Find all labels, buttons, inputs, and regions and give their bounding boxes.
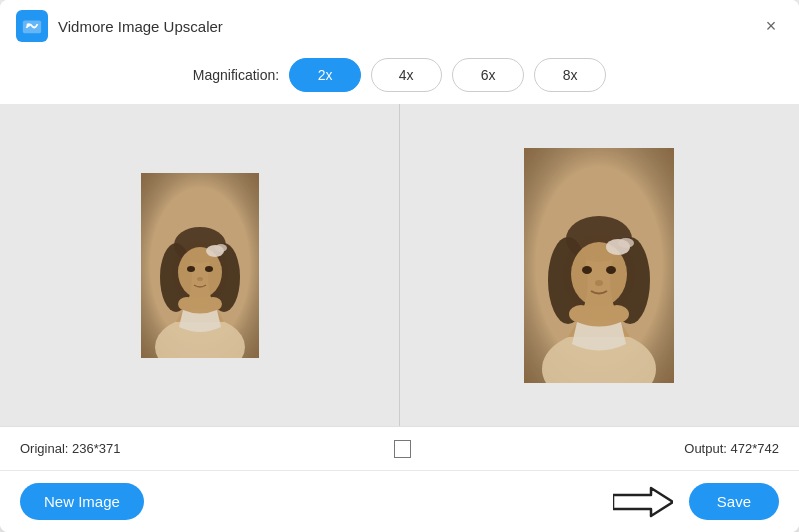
title-left: Vidmore Image Upscaler	[16, 10, 223, 42]
magnification-bar: Magnification: 2x 4x 6x 8x	[0, 50, 799, 104]
mag-8x-button[interactable]: 8x	[534, 58, 606, 92]
bottom-bar: New Image Save	[0, 470, 799, 532]
upscaled-image	[524, 148, 674, 383]
preview-area	[0, 104, 799, 426]
svg-rect-19	[141, 173, 259, 358]
new-image-button[interactable]: New Image	[20, 483, 144, 520]
right-actions: Save	[613, 483, 779, 520]
original-dimensions: Original: 236*371	[20, 441, 120, 456]
mag-4x-button[interactable]: 4x	[371, 58, 442, 92]
mag-6x-button[interactable]: 6x	[452, 58, 524, 92]
mag-2x-button[interactable]: 2x	[289, 58, 361, 92]
arrow-icon	[613, 484, 673, 520]
magnification-label: Magnification:	[193, 67, 279, 83]
svg-rect-37	[524, 148, 674, 383]
close-button[interactable]: ×	[759, 14, 783, 38]
save-button[interactable]: Save	[689, 483, 779, 520]
upscaled-panel	[400, 104, 800, 426]
app-icon	[16, 10, 48, 42]
info-bar: Original: 236*371 Output: 472*742	[0, 426, 799, 470]
output-dimensions: Output: 472*742	[684, 441, 779, 456]
app-title: Vidmore Image Upscaler	[58, 18, 223, 35]
title-bar: Vidmore Image Upscaler ×	[0, 0, 799, 50]
svg-marker-38	[613, 488, 673, 516]
original-panel	[0, 104, 400, 426]
app-window: Vidmore Image Upscaler × Magnification: …	[0, 0, 799, 532]
original-image	[141, 173, 259, 358]
compare-icon[interactable]	[394, 440, 411, 458]
svg-point-1	[27, 23, 31, 27]
